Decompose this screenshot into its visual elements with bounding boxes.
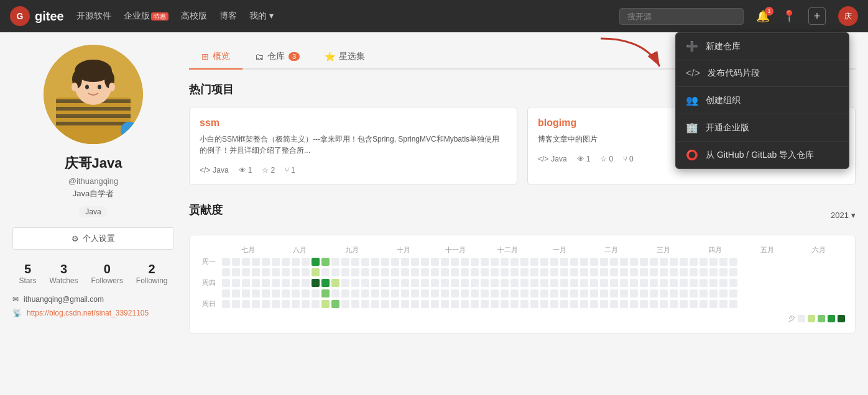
grid-row-sun: 周日: [200, 299, 845, 309]
user-avatar[interactable]: 庆: [838, 6, 858, 26]
cell: [580, 289, 588, 297]
cell: [540, 258, 548, 266]
cell: [321, 300, 330, 308]
cell: [620, 268, 628, 276]
year-select[interactable]: 2021 ▾: [831, 211, 856, 220]
cell: [729, 258, 737, 266]
cell: [540, 300, 548, 308]
notification-bell[interactable]: 🔔 1: [756, 9, 770, 23]
stat-watches-num: 3: [49, 262, 78, 276]
cell: [391, 268, 399, 276]
cell: [491, 279, 499, 287]
cell: [510, 258, 519, 266]
nav-blog[interactable]: 博客: [219, 11, 237, 22]
stat-watches[interactable]: 3 Watches: [49, 262, 78, 285]
cell: [381, 258, 389, 266]
cell: [520, 268, 529, 276]
project-lang-ssm: </> Java: [200, 166, 229, 175]
cell: [431, 268, 439, 276]
row-label-thu: 周四: [200, 278, 219, 288]
profile-blog-link[interactable]: https://blog.csdn.net/sinat_33921105: [27, 309, 149, 317]
cell: [580, 258, 588, 266]
stat-following[interactable]: 2 Following: [136, 262, 168, 285]
month-4: 四月: [690, 245, 742, 255]
cell: [640, 279, 648, 287]
cell: [341, 289, 349, 297]
cell: [520, 300, 529, 308]
cell: [391, 279, 399, 287]
dropdown-create-org[interactable]: 👥 创建组织: [676, 87, 849, 114]
cell: [411, 279, 419, 287]
dropdown-new-repo[interactable]: ➕ 新建仓库: [676, 33, 849, 60]
nav-enterprise[interactable]: 企业版特惠: [124, 11, 169, 22]
cell: [570, 300, 578, 308]
cell: [610, 279, 618, 287]
cell: [491, 258, 499, 266]
dropdown-import[interactable]: ⭕ 从 GitHub / GitLab 导入仓库: [676, 142, 849, 168]
settings-button[interactable]: ⚙ 个人设置: [12, 227, 174, 250]
grid-row-sat: [200, 289, 845, 297]
cell: [650, 300, 658, 308]
cell: [272, 300, 280, 308]
cell: [401, 268, 409, 276]
legend-cell-3: [828, 315, 835, 322]
cell: [719, 268, 727, 276]
cell: [292, 279, 300, 287]
cell: [501, 300, 509, 308]
tab-repos[interactable]: 🗂 仓库 3: [242, 45, 312, 70]
tab-overview[interactable]: ⊞ 概览: [189, 45, 242, 70]
dropdown-enterprise[interactable]: 🏢 开通企业版: [676, 114, 849, 142]
cell: [510, 300, 519, 308]
cell: [242, 258, 250, 266]
cell: [461, 279, 469, 287]
cell: [640, 300, 648, 308]
project-views-blogimg: 👁 1: [577, 155, 591, 163]
nav-opensource[interactable]: 开源软件: [76, 11, 111, 22]
nav-mine[interactable]: 我的 ▾: [249, 11, 274, 22]
cell: [262, 289, 270, 297]
stat-following-label: Following: [136, 276, 168, 285]
plus-button[interactable]: +: [808, 7, 826, 25]
project-name-ssm[interactable]: ssm: [200, 117, 507, 129]
cell: [331, 300, 339, 308]
cell: [461, 268, 469, 276]
nav-university[interactable]: 高校版: [181, 11, 207, 22]
repos-badge: 3: [289, 52, 300, 61]
stat-followers[interactable]: 0 Followers: [91, 262, 123, 285]
year-value: 2021: [831, 211, 849, 220]
cell: [431, 300, 439, 308]
cell: [391, 258, 399, 266]
month-10: 十月: [378, 245, 430, 255]
cell: [262, 268, 270, 276]
cell: [520, 258, 529, 266]
tab-starred[interactable]: ⭐ 星选集: [312, 45, 377, 70]
cell: [540, 279, 548, 287]
cell: [699, 279, 708, 287]
profile-tag-java[interactable]: Java: [79, 206, 107, 217]
cell: [331, 289, 339, 297]
code-icon: </>: [200, 166, 210, 175]
stats-row: 5 Stars 3 Watches 0 Followers 2 Followin…: [12, 262, 174, 285]
cell: [680, 279, 688, 287]
project-footer-ssm: </> Java 👁 1 ☆ 2 ⑂ 1: [200, 166, 507, 175]
logo[interactable]: G gitee: [10, 6, 64, 26]
cell: [441, 279, 449, 287]
cell: [709, 268, 718, 276]
cell: [451, 289, 459, 297]
cell: [610, 289, 618, 297]
dropdown-publish-snippet[interactable]: </> 发布代码片段: [676, 60, 849, 87]
cell: [540, 289, 548, 297]
svg-point-12: [98, 85, 101, 89]
location-icon[interactable]: 📍: [782, 9, 796, 23]
cell: [312, 289, 320, 297]
cell: [501, 258, 509, 266]
search-input[interactable]: [619, 8, 744, 25]
sidebar: ♂ 庆哥Java @ithuangqing Java自学者 Java ⚙ 个人设…: [12, 45, 174, 334]
legend-less-label: 少: [788, 314, 795, 323]
cell: [620, 279, 628, 287]
svg-rect-4: [56, 107, 131, 111]
cell: [719, 289, 727, 297]
stat-stars[interactable]: 5 Stars: [19, 262, 36, 285]
cell: [421, 268, 429, 276]
overview-icon: ⊞: [201, 52, 209, 61]
